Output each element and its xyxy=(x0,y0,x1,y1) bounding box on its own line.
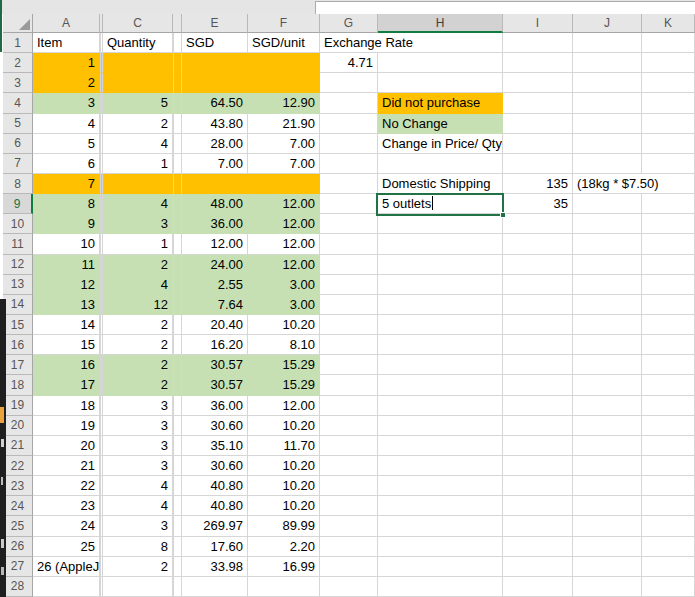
row-header-22[interactable]: 22 xyxy=(3,456,33,476)
cell-A6[interactable]: 5 xyxy=(33,134,100,154)
cell-D13[interactable] xyxy=(173,275,182,295)
cell-C26[interactable]: 8 xyxy=(103,537,173,557)
cell-J5[interactable] xyxy=(573,114,642,134)
cell-K25[interactable] xyxy=(642,516,695,536)
cell-H12[interactable] xyxy=(378,255,503,275)
cell-J17[interactable] xyxy=(573,355,642,375)
row-header-27[interactable]: 27 xyxy=(3,557,33,577)
cell-F26[interactable]: 2.20 xyxy=(248,537,320,557)
cell-G26[interactable] xyxy=(320,537,378,557)
cell-E21[interactable]: 35.10 xyxy=(182,436,248,456)
cell-G4[interactable] xyxy=(320,93,378,113)
cell-F24[interactable]: 10.20 xyxy=(248,496,320,516)
cell-H25[interactable] xyxy=(378,516,503,536)
cell-D15[interactable] xyxy=(173,315,182,335)
cell-C18[interactable]: 2 xyxy=(103,375,173,395)
cell-E7[interactable]: 7.00 xyxy=(182,154,248,174)
cell-G11[interactable] xyxy=(320,234,378,254)
cell-H2[interactable] xyxy=(378,53,503,73)
cell-K19[interactable] xyxy=(642,396,695,416)
cell-J28[interactable] xyxy=(573,577,642,597)
cell-I14[interactable] xyxy=(503,295,573,315)
cell-F12[interactable]: 12.00 xyxy=(248,255,320,275)
cell-F8[interactable] xyxy=(248,174,320,194)
cell-I13[interactable] xyxy=(503,275,573,295)
cell-H11[interactable] xyxy=(378,234,503,254)
cell-D10[interactable] xyxy=(173,214,182,234)
cell-J25[interactable] xyxy=(573,516,642,536)
cell-H8[interactable]: Domestic Shipping xyxy=(378,174,503,194)
cell-K27[interactable] xyxy=(642,557,695,577)
cell-A3[interactable]: 2 xyxy=(33,73,100,93)
cell-E28[interactable] xyxy=(182,577,248,597)
cell-K2[interactable] xyxy=(642,53,695,73)
cell-E3[interactable] xyxy=(182,73,248,93)
cell-C19[interactable]: 3 xyxy=(103,396,173,416)
cell-K23[interactable] xyxy=(642,476,695,496)
cell-G28[interactable] xyxy=(320,577,378,597)
cell-I9[interactable]: 35 xyxy=(503,194,573,214)
cell-G20[interactable] xyxy=(320,416,378,436)
cell-H6[interactable]: Change in Price/ Qty xyxy=(378,134,503,154)
cell-E6[interactable]: 28.00 xyxy=(182,134,248,154)
cell-I7[interactable] xyxy=(503,154,573,174)
column-header-C[interactable]: C xyxy=(103,14,173,33)
cell-A2[interactable]: 1 xyxy=(33,53,100,73)
cell-H19[interactable] xyxy=(378,396,503,416)
cell-J13[interactable] xyxy=(573,275,642,295)
cell-A12[interactable]: 11 xyxy=(33,255,100,275)
column-header-A[interactable]: A xyxy=(33,14,100,33)
cell-H10[interactable] xyxy=(378,214,503,234)
cell-F2[interactable] xyxy=(248,53,320,73)
cell-D4[interactable] xyxy=(173,93,182,113)
cell-F6[interactable]: 7.00 xyxy=(248,134,320,154)
row-header-20[interactable]: 20 xyxy=(3,416,33,436)
cell-H9[interactable]: 5 outlets xyxy=(378,194,503,214)
cell-F27[interactable]: 16.99 xyxy=(248,557,320,577)
cell-D20[interactable] xyxy=(173,416,182,436)
cell-J10[interactable] xyxy=(573,214,642,234)
cell-A8[interactable]: 7 xyxy=(33,174,100,194)
cell-A27[interactable]: 26 (AppleJ xyxy=(33,557,100,577)
row-header-28[interactable]: 28 xyxy=(3,577,33,597)
cell-A26[interactable]: 25 xyxy=(33,537,100,557)
cell-I8[interactable]: 135 xyxy=(503,174,573,194)
cell-K6[interactable] xyxy=(642,134,695,154)
hidden-column-divider[interactable] xyxy=(173,14,182,33)
column-header-F[interactable]: F xyxy=(248,14,320,33)
cell-A10[interactable]: 9 xyxy=(33,214,100,234)
cell-I19[interactable] xyxy=(503,396,573,416)
cell-E18[interactable]: 30.57 xyxy=(182,375,248,395)
cell-A1[interactable]: Item xyxy=(33,33,100,53)
cell-D19[interactable] xyxy=(173,396,182,416)
cell-J23[interactable] xyxy=(573,476,642,496)
cell-A17[interactable]: 16 xyxy=(33,355,100,375)
cell-C2[interactable] xyxy=(103,53,173,73)
cell-F10[interactable]: 12.00 xyxy=(248,214,320,234)
cell-F16[interactable]: 8.10 xyxy=(248,335,320,355)
cell-A16[interactable]: 15 xyxy=(33,335,100,355)
cell-C27[interactable]: 2 xyxy=(103,557,173,577)
cell-C20[interactable]: 3 xyxy=(103,416,173,436)
cell-I3[interactable] xyxy=(503,73,573,93)
cell-J16[interactable] xyxy=(573,335,642,355)
cell-F28[interactable] xyxy=(248,577,320,597)
cell-J9[interactable] xyxy=(573,194,642,214)
cell-I28[interactable] xyxy=(503,577,573,597)
cell-G8[interactable] xyxy=(320,174,378,194)
cell-H18[interactable] xyxy=(378,375,503,395)
cell-D3[interactable] xyxy=(173,73,182,93)
cell-A13[interactable]: 12 xyxy=(33,275,100,295)
cell-C21[interactable]: 3 xyxy=(103,436,173,456)
cell-A23[interactable]: 22 xyxy=(33,476,100,496)
row-header-9[interactable]: 9 xyxy=(3,194,33,214)
row-header-19[interactable]: 19 xyxy=(3,396,33,416)
cell-A28[interactable] xyxy=(33,577,100,597)
cell-H28[interactable] xyxy=(378,577,503,597)
cell-E8[interactable] xyxy=(182,174,248,194)
cell-J27[interactable] xyxy=(573,557,642,577)
cell-E22[interactable]: 30.60 xyxy=(182,456,248,476)
cell-I22[interactable] xyxy=(503,456,573,476)
cell-E12[interactable]: 24.00 xyxy=(182,255,248,275)
row-header-14[interactable]: 14 xyxy=(3,295,33,315)
